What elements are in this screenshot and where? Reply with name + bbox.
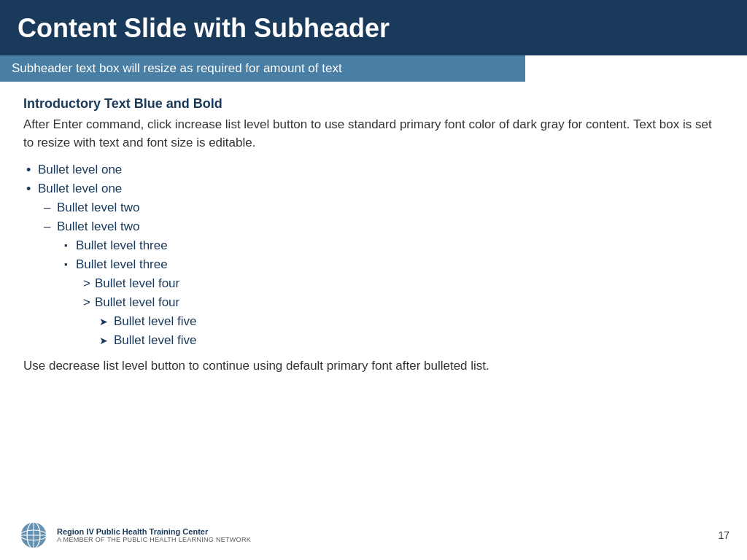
list-item: Bullet level one: [23, 160, 724, 179]
footer-page-number: 17: [718, 529, 729, 541]
intro-body-text: After Enter command, click increase list…: [23, 116, 724, 152]
bullet-list: Bullet level one Bullet level one Bullet…: [23, 160, 724, 350]
list-item: Bullet level two: [23, 217, 724, 236]
footer-left: Region IV Public Health Training Center …: [18, 519, 251, 551]
footer-org-name: Region IV Public Health Training Center: [57, 527, 251, 536]
list-item: Bullet level four: [23, 274, 724, 293]
slide: Content Slide with Subheader Subheader t…: [0, 0, 747, 560]
list-item: Bullet level four: [23, 293, 724, 312]
content-area: Introductory Text Blue and Bold After En…: [0, 82, 747, 383]
list-item: Bullet level one: [23, 179, 724, 198]
list-item: Bullet level five: [23, 331, 724, 350]
list-item: Bullet level two: [23, 198, 724, 217]
footer-org-sub: A Member of the Public Health Learning N…: [57, 536, 251, 543]
subheader-bar: Subheader text box will resize as requir…: [0, 55, 525, 82]
slide-title: Content Slide with Subheader: [18, 13, 390, 43]
closing-text: Use decrease list level button to contin…: [23, 357, 724, 376]
list-item: Bullet level five: [23, 312, 724, 331]
list-item: Bullet level three: [23, 255, 724, 274]
intro-bold-heading: Introductory Text Blue and Bold: [23, 96, 724, 112]
globe-icon: [18, 519, 50, 551]
footer-text-block: Region IV Public Health Training Center …: [57, 527, 251, 543]
footer: Region IV Public Health Training Center …: [0, 519, 747, 551]
header-bar: Content Slide with Subheader: [0, 0, 747, 55]
subheader-text: Subheader text box will resize as requir…: [12, 61, 342, 75]
list-item: Bullet level three: [23, 236, 724, 255]
